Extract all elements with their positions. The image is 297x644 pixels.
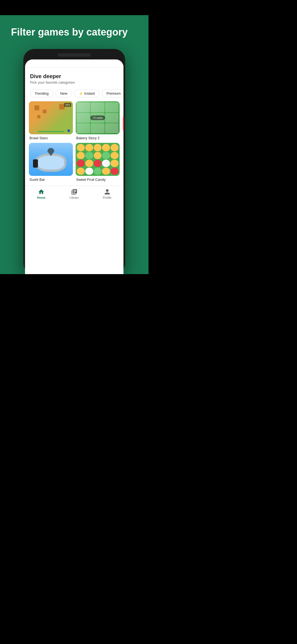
bottom-bar <box>0 274 148 289</box>
screen-content: Dive deeper Pick your favorite categorie… <box>25 68 123 203</box>
nav-item-library[interactable]: Library <box>70 189 79 199</box>
game-card-bakery-story-2[interactable]: +3 coins Bakery Story 2 <box>76 101 120 140</box>
chip-new[interactable]: New <box>56 89 72 97</box>
screen-top-bar <box>25 59 123 68</box>
games-grid: 34% Brawl Stars <box>25 101 123 185</box>
chip-instant[interactable]: ⚡ Instant <box>74 89 100 97</box>
profile-icon <box>104 189 111 195</box>
home-icon <box>38 189 45 195</box>
brawl-indicator <box>67 129 70 132</box>
percent-badge: 34% <box>64 103 71 107</box>
section-title: Dive deeper <box>30 73 119 80</box>
nav-label-library: Library <box>70 196 79 199</box>
game-thumbnail-brawl-stars: 34% <box>29 101 73 134</box>
chip-instant-label: Instant <box>84 91 95 95</box>
chip-trending[interactable]: Trending <box>30 89 53 97</box>
phone-frame: Dive deeper Pick your favorite categorie… <box>23 49 125 274</box>
game-title-bakery-story-2: Bakery Story 2 <box>76 136 120 140</box>
chip-new-label: New <box>60 91 67 95</box>
hero-background: Filter games by category Dive deeper Pic… <box>0 15 148 274</box>
chip-trending-label: Trending <box>35 91 49 95</box>
phone-screen: Dive deeper Pick your favorite categorie… <box>25 59 123 274</box>
game-card-sushi-bar[interactable]: Sushi Bar <box>29 143 73 182</box>
game-title-brawl-stars: Brawl Stars <box>29 136 73 140</box>
scrollbar-indicator[interactable] <box>123 117 123 130</box>
bakery-coins-badge: +3 coins <box>90 116 105 120</box>
bottom-navigation: Home Library Profile <box>25 185 123 203</box>
nav-label-profile: Profile <box>103 196 111 199</box>
game-card-sweet-fruit-candy[interactable]: Sweet Fruit Candy <box>76 143 120 182</box>
chip-premium[interactable]: Premium <box>102 89 123 97</box>
game-thumbnail-sushi-bar <box>29 143 73 176</box>
top-status-bar <box>0 0 148 15</box>
nav-item-profile[interactable]: Profile <box>103 189 111 199</box>
section-subtitle: Pick your favorite categories <box>30 80 119 84</box>
library-icon <box>71 189 78 195</box>
game-card-brawl-stars[interactable]: 34% Brawl Stars <box>29 101 73 140</box>
phone-wrapper: Dive deeper Pick your favorite categorie… <box>11 41 138 274</box>
game-thumbnail-bakery-story-2: +3 coins <box>76 101 120 134</box>
game-thumbnail-sweet-fruit-candy <box>76 143 120 176</box>
phone-notch <box>58 53 91 57</box>
filter-chips-row: Trending New ⚡ Instant Premium <box>25 87 123 101</box>
lightning-icon: ⚡ <box>79 92 83 95</box>
nav-label-home: Home <box>37 196 46 199</box>
hero-title: Filter games by category <box>11 26 128 38</box>
chip-premium-label: Premium <box>106 91 121 95</box>
nav-item-home[interactable]: Home <box>37 189 46 199</box>
game-title-sweet-fruit-candy: Sweet Fruit Candy <box>76 178 120 182</box>
game-title-sushi-bar: Sushi Bar <box>29 178 73 182</box>
section-header: Dive deeper Pick your favorite categorie… <box>25 68 123 87</box>
